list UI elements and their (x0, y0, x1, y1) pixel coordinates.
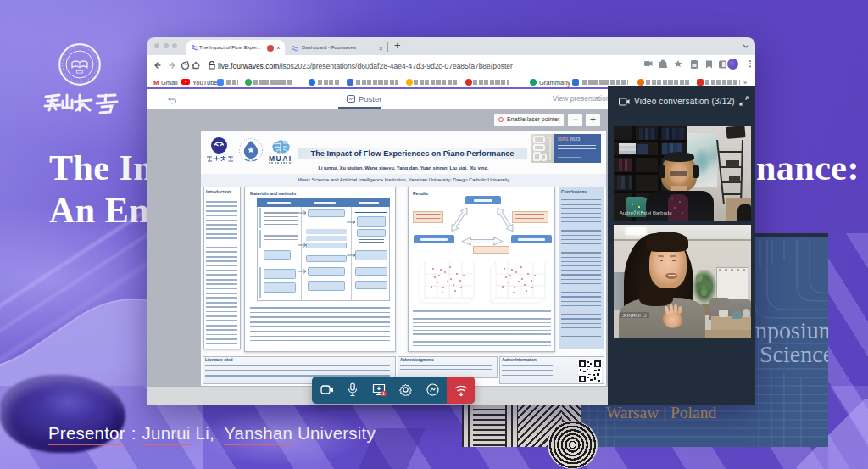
svg-text:1: 1 (382, 391, 385, 396)
